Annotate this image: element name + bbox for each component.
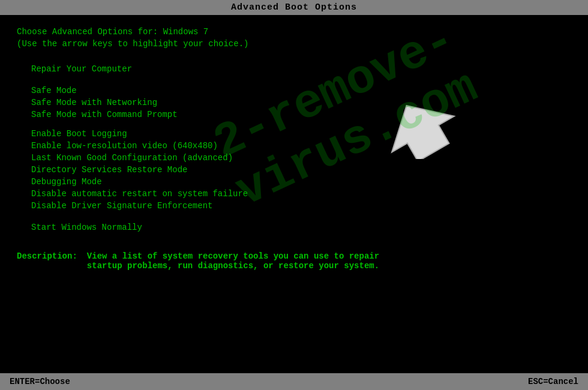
main-content: 2-remove- virus.com Choose Advanced Opti…: [0, 15, 588, 283]
menu-item-safe-mode-networking[interactable]: Safe Mode with Networking: [31, 97, 571, 109]
choose-line: Choose Advanced Options for: Windows 7: [17, 27, 571, 37]
menu-item-low-res[interactable]: Enable low-resolution video (640x480): [31, 140, 571, 152]
svg-marker-0: [376, 99, 465, 159]
title-text: Advanced Boot Options: [231, 2, 357, 13]
bottom-bar: ENTER=Choose ESC=Cancel: [0, 373, 588, 390]
menu-list: Repair Your Computer Safe Mode Safe Mode…: [17, 63, 571, 233]
menu-item-disable-restart[interactable]: Disable automatic restart on system fail…: [31, 188, 571, 200]
enter-label: ENTER=Choose: [10, 377, 70, 386]
menu-item-debugging-mode[interactable]: Debugging Mode: [31, 176, 571, 188]
menu-item-start-normally[interactable]: Start Windows Normally: [31, 221, 571, 233]
esc-label: ESC=Cancel: [528, 377, 578, 386]
description-line2: startup problems, run diagnostics, or re…: [87, 261, 379, 271]
highlighted-label: Safe Mode with Command Prompt: [31, 110, 178, 119]
menu-item-repair-computer[interactable]: Repair Your Computer: [31, 63, 571, 75]
menu-item-safe-mode-command-prompt[interactable]: Safe Mode with Command Prompt: [31, 109, 571, 121]
menu-item-last-known-good[interactable]: Last Known Good Configuration (advanced): [31, 152, 571, 164]
title-bar: Advanced Boot Options: [0, 0, 588, 15]
description-section: Description: View a list of system recov…: [17, 251, 571, 271]
menu-item-disable-driver-sig[interactable]: Disable Driver Signature Enforcement: [31, 200, 571, 212]
description-body: View a list of system recovery tools you…: [87, 251, 379, 271]
description-label: Description:: [17, 251, 77, 271]
safe-mode-group: Safe Mode Safe Mode with Networking Safe…: [17, 85, 571, 121]
description-line1: View a list of system recovery tools you…: [87, 251, 379, 261]
menu-item-boot-logging[interactable]: Enable Boot Logging: [31, 128, 571, 140]
arrow-indicator: [372, 99, 468, 162]
menu-item-safe-mode[interactable]: Safe Mode: [31, 85, 571, 97]
menu-item-directory-services[interactable]: Directory Services Restore Mode: [31, 164, 571, 176]
extended-options-group: Enable Boot Logging Enable low-resolutio…: [17, 128, 571, 212]
instruction-line: (Use the arrow keys to highlight your ch…: [17, 39, 571, 49]
